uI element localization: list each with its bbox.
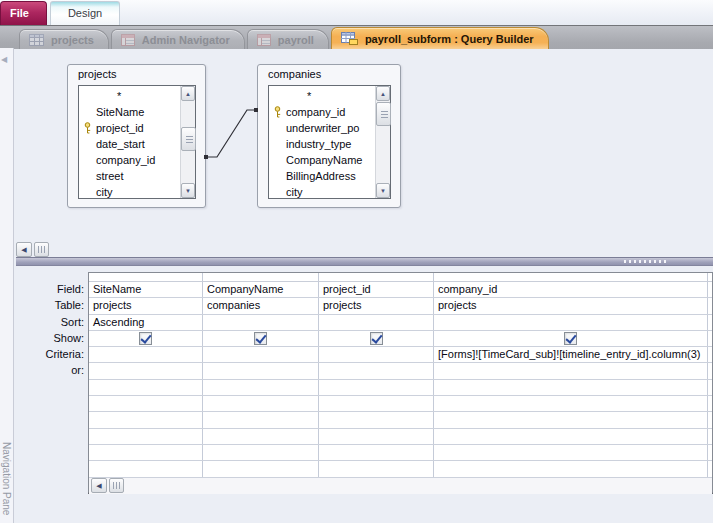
field-row[interactable]: underwriter_po [269, 120, 375, 136]
top-pane-hscrollbar[interactable]: ◀ [16, 242, 49, 257]
show-checkbox[interactable] [254, 332, 267, 345]
grid-hscrollbar[interactable]: ◀ [89, 478, 712, 494]
criteria-cell[interactable] [319, 347, 434, 362]
column-selector-row[interactable] [89, 273, 712, 282]
scroll-thumb[interactable] [109, 478, 124, 493]
empty-cell[interactable] [89, 461, 203, 476]
show-checkbox[interactable] [139, 332, 152, 345]
sort-cell[interactable]: Ascending [89, 315, 203, 330]
field-row[interactable]: * [79, 88, 180, 104]
table-box-companies[interactable]: companies * company_id underwriter_po in… [257, 64, 401, 208]
empty-cell[interactable] [89, 412, 203, 427]
scroll-down-button[interactable]: ▼ [376, 183, 390, 198]
field-row[interactable]: city [269, 184, 375, 198]
table-cell[interactable]: projects [319, 298, 434, 313]
empty-cell[interactable] [89, 429, 203, 444]
field-row[interactable]: industry_type [269, 136, 375, 152]
scroll-up-button[interactable]: ▲ [181, 86, 195, 101]
empty-cell[interactable] [708, 380, 713, 395]
tab-admin-navigator[interactable]: Admin Navigator [111, 29, 245, 49]
table-title[interactable]: companies [268, 68, 321, 80]
scroll-thumb[interactable] [376, 102, 391, 126]
field-cell[interactable]: project_id [319, 282, 434, 297]
scroll-up-button[interactable]: ▲ [376, 86, 390, 101]
field-row[interactable]: street [79, 168, 180, 184]
scroll-left-button[interactable]: ◀ [16, 242, 32, 257]
or-cell[interactable] [434, 363, 708, 378]
sort-cell[interactable] [434, 315, 708, 330]
tab-projects[interactable]: projects [19, 29, 109, 49]
empty-cell[interactable] [203, 445, 319, 460]
sort-cell[interactable] [708, 315, 713, 330]
show-checkbox[interactable] [370, 332, 383, 345]
empty-cell[interactable] [708, 429, 713, 444]
scroll-thumb[interactable] [34, 242, 49, 257]
field-cell[interactable] [708, 282, 713, 297]
design-tab[interactable]: Design [50, 1, 120, 25]
empty-cell[interactable] [708, 461, 713, 476]
empty-cell[interactable] [319, 380, 434, 395]
empty-cell[interactable] [89, 396, 203, 411]
splitter-grip-dots[interactable] [624, 260, 669, 263]
vertical-scrollbar[interactable]: ▲ ▼ [180, 86, 195, 198]
empty-cell[interactable] [434, 461, 708, 476]
or-cell[interactable] [89, 363, 203, 378]
field-row[interactable]: date_start [79, 136, 180, 152]
or-cell[interactable] [319, 363, 434, 378]
field-cell[interactable]: company_id [434, 282, 708, 297]
field-row[interactable]: company_id [79, 152, 180, 168]
pane-splitter[interactable] [16, 257, 713, 266]
field-row[interactable]: SiteName [79, 104, 180, 120]
table-cell[interactable]: projects [89, 298, 203, 313]
tab-payroll[interactable]: payroll [247, 29, 329, 49]
sort-cell[interactable] [319, 315, 434, 330]
empty-cell[interactable] [434, 429, 708, 444]
show-checkbox[interactable] [564, 332, 577, 345]
sort-cell[interactable] [203, 315, 319, 330]
file-tab[interactable]: File [0, 1, 47, 25]
nav-expand-icon[interactable]: ◀ [1, 55, 7, 64]
empty-cell[interactable] [89, 445, 203, 460]
field-cell[interactable]: SiteName [89, 282, 203, 297]
scroll-track[interactable] [181, 101, 195, 183]
scroll-left-button[interactable]: ◀ [91, 478, 107, 493]
show-cell[interactable] [708, 331, 713, 346]
field-row[interactable]: * [269, 88, 375, 104]
table-box-projects[interactable]: projects * SiteName project_id date_star… [67, 64, 206, 208]
field-row[interactable]: BillingAddress [269, 168, 375, 184]
table-cell[interactable] [708, 298, 713, 313]
criteria-cell[interactable] [203, 347, 319, 362]
empty-cell[interactable] [319, 429, 434, 444]
empty-cell[interactable] [434, 412, 708, 427]
field-row[interactable]: company_id [269, 104, 375, 120]
field-row[interactable]: city [79, 184, 180, 198]
empty-cell[interactable] [434, 380, 708, 395]
table-cell[interactable]: companies [203, 298, 319, 313]
empty-cell[interactable] [203, 380, 319, 395]
empty-cell[interactable] [708, 396, 713, 411]
empty-cell[interactable] [319, 396, 434, 411]
empty-cell[interactable] [203, 461, 319, 476]
empty-cell[interactable] [319, 445, 434, 460]
scroll-thumb[interactable] [181, 127, 196, 151]
empty-cell[interactable] [708, 445, 713, 460]
field-cell[interactable]: CompanyName [203, 282, 319, 297]
table-title[interactable]: projects [78, 68, 117, 80]
empty-cell[interactable] [319, 412, 434, 427]
empty-cell[interactable] [203, 429, 319, 444]
or-cell[interactable] [708, 363, 713, 378]
criteria-cell[interactable] [708, 347, 713, 362]
or-cell[interactable] [203, 363, 319, 378]
empty-cell[interactable] [434, 396, 708, 411]
empty-cell[interactable] [319, 461, 434, 476]
empty-cell[interactable] [708, 412, 713, 427]
vertical-scrollbar[interactable]: ▲ ▼ [375, 86, 390, 198]
scroll-down-button[interactable]: ▼ [181, 183, 195, 198]
scroll-track[interactable] [376, 101, 390, 183]
empty-cell[interactable] [89, 380, 203, 395]
table-cell[interactable]: projects [434, 298, 708, 313]
field-row[interactable]: project_id [79, 120, 180, 136]
empty-cell[interactable] [203, 412, 319, 427]
criteria-cell[interactable]: [Forms]![TimeCard_sub]![timeline_entry_i… [434, 347, 708, 362]
empty-cell[interactable] [434, 445, 708, 460]
